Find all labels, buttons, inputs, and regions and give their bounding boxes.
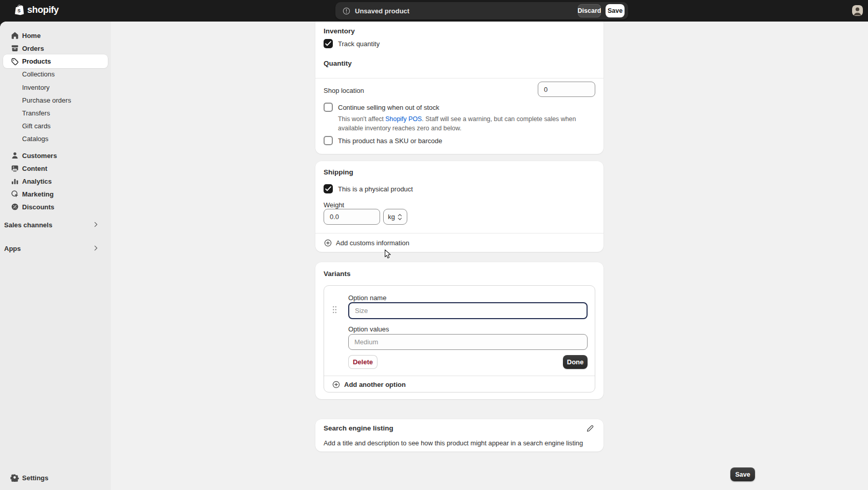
divider: [324, 376, 595, 376]
option-name-label: Option name: [348, 294, 386, 302]
gear-icon: [10, 473, 20, 482]
sidebar-section-sales-channels[interactable]: Sales channels: [4, 219, 107, 231]
sidebar-item-transfers[interactable]: Transfers: [3, 106, 108, 120]
delete-option-button[interactable]: Delete: [348, 355, 378, 369]
save-bar-save-button[interactable]: Save: [606, 4, 625, 17]
contextual-save-bar: Unsaved product Discard Save: [335, 2, 628, 19]
add-customs-label: Add customs information: [336, 239, 409, 247]
physical-product-checkbox[interactable]: [324, 184, 333, 193]
sidebar-item-label: Gift cards: [22, 122, 51, 130]
weight-input[interactable]: [324, 209, 380, 225]
sidebar-item-label: Analytics: [22, 178, 52, 185]
option-name-input[interactable]: [348, 302, 588, 319]
check-icon: [324, 184, 333, 193]
sidebar-item-label: Marketing: [22, 190, 53, 198]
sidebar-item-inventory[interactable]: Inventory: [3, 81, 108, 94]
select-arrows-icon: [397, 213, 403, 221]
sidebar-item-purchase-orders[interactable]: Purchase orders: [3, 93, 108, 107]
sidebar-item-analytics[interactable]: Analytics: [3, 174, 108, 188]
divider: [315, 78, 603, 79]
sidebar-item-label: Home: [22, 32, 41, 40]
shipping-title: Shipping: [324, 168, 353, 176]
add-customs-button[interactable]: Add customs information: [324, 239, 409, 247]
sidebar-item-label: Customers: [22, 152, 57, 160]
sidebar-item-label: Content: [22, 165, 47, 172]
sidebar-section-apps[interactable]: Apps: [4, 242, 107, 254]
sidebar-item-discounts[interactable]: Discounts: [3, 200, 108, 213]
unsaved-alert-icon: [342, 7, 351, 17]
seo-description: Add a title and description to see how t…: [324, 439, 583, 447]
user-avatar[interactable]: [852, 5, 863, 16]
sidebar-item-gift-cards[interactable]: Gift cards: [3, 119, 108, 132]
discounts-icon: [10, 202, 20, 211]
sku-checkbox[interactable]: [324, 136, 333, 145]
sidebar-item-orders[interactable]: Orders: [3, 42, 108, 55]
continue-selling-help: This won't affect Shopify POS. Staff wil…: [338, 114, 595, 133]
sidebar-item-label: Settings: [22, 474, 48, 482]
top-bar: S shopify Unsaved product Discard Save: [0, 0, 868, 22]
analytics-icon: [10, 177, 20, 186]
weight-unit-value: kg: [388, 213, 395, 221]
svg-text:S: S: [17, 8, 21, 13]
add-another-option-button[interactable]: Add another option: [332, 380, 406, 389]
sidebar-item-label: Products: [22, 57, 51, 65]
sidebar-item-catalogs[interactable]: Catalogs: [3, 132, 108, 145]
mouse-cursor: [384, 249, 392, 261]
physical-product-label[interactable]: This is a physical product: [338, 185, 413, 193]
variant-option-editor: Option name Option values Delete Done Ad…: [324, 285, 595, 393]
sidebar-item-content[interactable]: Content: [3, 162, 108, 175]
workspace: Home Orders Products Collections Invento…: [0, 22, 868, 490]
sidebar-item-customers[interactable]: Customers: [3, 149, 108, 162]
variants-card: Variants Option name Option values Delet…: [315, 262, 603, 399]
drag-handle[interactable]: [332, 305, 337, 316]
continue-selling-checkbox[interactable]: [324, 103, 333, 112]
apps-label: Apps: [4, 245, 21, 252]
shipping-card: Shipping This is a physical product Weig…: [315, 161, 603, 252]
sidebar-item-marketing[interactable]: Marketing: [3, 187, 108, 201]
shopify-wordmark: shopify: [27, 5, 59, 15]
seo-title: Search engine listing: [324, 424, 393, 432]
weight-label: Weight: [324, 201, 344, 209]
shopify-pos-link[interactable]: Shopify POS: [385, 115, 422, 123]
sidebar-item-collections[interactable]: Collections: [3, 67, 108, 81]
sidebar-item-label: Inventory: [22, 84, 49, 91]
shop-location-quantity-input[interactable]: [538, 82, 595, 97]
inventory-card: Inventory Track quantity Quantity Shop l…: [315, 22, 603, 154]
sidebar-item-settings[interactable]: Settings: [3, 471, 108, 484]
sidebar-item-label: Discounts: [22, 203, 54, 211]
shop-location-label: Shop location: [324, 87, 364, 94]
sidebar-item-label: Transfers: [22, 109, 50, 117]
edit-pencil-icon[interactable]: [586, 424, 595, 435]
customers-icon: [10, 151, 20, 160]
sidebar-item-products[interactable]: Products: [3, 54, 108, 68]
chevron-right-icon: [92, 244, 100, 254]
marketing-icon: [10, 189, 20, 199]
discard-button[interactable]: Discard: [578, 4, 601, 17]
page-save-button[interactable]: Save: [730, 467, 755, 481]
sidebar-item-home[interactable]: Home: [3, 29, 108, 42]
check-icon: [324, 39, 333, 48]
shopify-logo[interactable]: S shopify: [14, 4, 59, 16]
track-quantity-label[interactable]: Track quantity: [338, 40, 380, 48]
option-values-label: Option values: [348, 325, 389, 333]
variants-title: Variants: [324, 270, 351, 278]
main-content: Inventory Track quantity Quantity Shop l…: [111, 22, 868, 490]
sidebar-item-label: Collections: [22, 70, 55, 78]
divider: [315, 233, 603, 233]
seo-card: Search engine listing Add a title and de…: [315, 419, 603, 452]
sidebar-item-label: Orders: [22, 45, 44, 52]
content-icon: [10, 164, 20, 173]
sidebar-item-label: Catalogs: [22, 135, 48, 143]
save-bar-status: Unsaved product: [355, 7, 409, 15]
continue-selling-label[interactable]: Continue selling when out of stock: [338, 104, 439, 111]
sku-label[interactable]: This product has a SKU or barcode: [338, 137, 442, 145]
tag-icon: [10, 57, 20, 66]
help-text-before: This won't affect: [338, 115, 385, 123]
track-quantity-checkbox[interactable]: [324, 39, 333, 48]
home-icon: [10, 31, 20, 40]
done-button[interactable]: Done: [563, 355, 588, 369]
option-values-input[interactable]: [348, 334, 588, 350]
weight-unit-select[interactable]: kg: [383, 209, 407, 225]
add-another-option-label: Add another option: [344, 381, 406, 388]
plus-circle-icon: [324, 239, 332, 247]
